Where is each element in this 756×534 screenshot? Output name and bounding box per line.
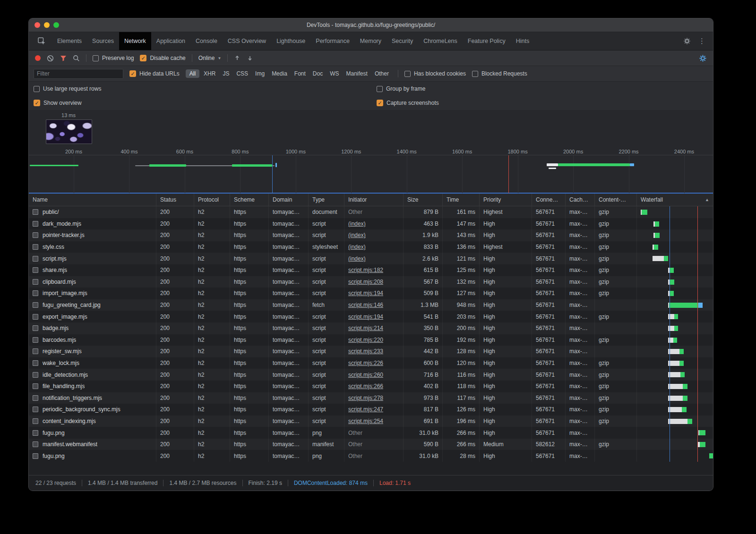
column-header-content[interactable]: Content-… <box>595 194 637 206</box>
initiator-link[interactable]: script.mjs:208 <box>348 279 383 285</box>
table-row[interactable]: public/200h2httpstomayac…documentOther87… <box>29 206 713 218</box>
throttling-select[interactable]: Online ▼ <box>198 55 222 61</box>
column-header-scheme[interactable]: Scheme <box>230 194 269 206</box>
column-header-init[interactable]: Initiator <box>344 194 404 206</box>
tab-performance[interactable]: Performance <box>310 32 355 50</box>
export-har-icon[interactable] <box>247 55 253 61</box>
initiator-link[interactable]: script.mjs:194 <box>348 314 383 320</box>
settings-gear-icon[interactable] <box>683 37 691 45</box>
table-row[interactable]: barcodes.mjs200h2httpstomayac…scriptscri… <box>29 334 713 346</box>
table-row[interactable]: periodic_background_sync.mjs200h2httpsto… <box>29 404 713 415</box>
table-row[interactable]: register_sw.mjs200h2httpstomayac…scripts… <box>29 346 713 357</box>
blocked-requests-checkbox[interactable]: Blocked Requests <box>472 70 527 77</box>
type-filter-all[interactable]: All <box>186 69 199 78</box>
column-header-time[interactable]: Time <box>443 194 480 206</box>
sort-ascending-icon[interactable]: ▲ <box>705 197 709 202</box>
table-row[interactable]: fugu.png200h2httpstomayac…pngOther31.0 k… <box>29 450 713 462</box>
tab-memory[interactable]: Memory <box>355 32 387 50</box>
column-header-proto[interactable]: Protocol <box>194 194 230 206</box>
tab-chromelens[interactable]: ChromeLens <box>418 32 463 50</box>
group-by-frame-checkbox[interactable]: Group by frame <box>377 85 713 92</box>
table-row[interactable]: export_image.mjs200h2httpstomayac…script… <box>29 311 713 322</box>
tab-sources[interactable]: Sources <box>87 32 119 50</box>
timeline-band[interactable] <box>29 155 713 193</box>
disable-cache-checkbox[interactable]: ✓ Disable cache <box>140 55 185 61</box>
initiator-link[interactable]: (index) <box>348 220 366 227</box>
column-header-status[interactable]: Status <box>156 194 194 206</box>
record-network-log-button[interactable] <box>35 55 41 61</box>
search-icon[interactable] <box>73 55 80 62</box>
minimize-window-button[interactable] <box>44 22 50 28</box>
filter-input[interactable] <box>34 69 123 79</box>
import-har-icon[interactable] <box>234 55 241 61</box>
initiator-link[interactable]: script.mjs:260 <box>348 372 383 378</box>
table-row[interactable]: wake_lock.mjs200h2httpstomayac…scriptscr… <box>29 357 713 369</box>
capture-screenshots-checkbox[interactable]: ✓ Capture screenshots <box>377 100 713 106</box>
has-blocked-cookies-checkbox[interactable]: Has blocked cookies <box>404 70 466 77</box>
network-settings-gear-icon[interactable] <box>699 54 707 62</box>
screenshot-thumbnail[interactable] <box>46 119 92 144</box>
initiator-link[interactable]: script.mjs:278 <box>348 395 383 401</box>
type-filter-font[interactable]: Font <box>292 69 309 78</box>
initiator-link[interactable]: script.mjs:146 <box>348 302 383 308</box>
initiator-link[interactable]: (index) <box>348 232 366 238</box>
initiator-link[interactable]: script.mjs:182 <box>348 267 383 273</box>
table-row[interactable]: file_handling.mjs200h2httpstomayac…scrip… <box>29 381 713 392</box>
type-filter-js[interactable]: JS <box>220 69 232 78</box>
type-filter-xhr[interactable]: XHR <box>201 69 218 78</box>
type-filter-css[interactable]: CSS <box>233 69 251 78</box>
table-row[interactable]: badge.mjs200h2httpstomayac…scriptscript.… <box>29 322 713 334</box>
initiator-link[interactable]: script.mjs:214 <box>348 325 383 331</box>
column-header-prio[interactable]: Priority <box>480 194 532 206</box>
table-row[interactable]: dark_mode.mjs200h2httpstomayac…script(in… <box>29 218 713 230</box>
show-overview-checkbox[interactable]: ✓ Show overview <box>34 100 377 106</box>
initiator-link[interactable]: (index) <box>348 244 366 250</box>
use-large-request-rows-checkbox[interactable]: Use large request rows <box>34 85 377 92</box>
initiator-link[interactable]: script.mjs:220 <box>348 337 383 343</box>
initiator-link[interactable]: script.mjs:254 <box>348 418 383 424</box>
table-row[interactable]: script.mjs200h2httpstomayac…script(index… <box>29 253 713 264</box>
table-row[interactable]: idle_detection.mjs200h2httpstomayac…scri… <box>29 369 713 381</box>
initiator-link[interactable]: script.mjs:233 <box>348 348 383 355</box>
tab-css-overview[interactable]: CSS Overview <box>223 32 271 50</box>
table-row[interactable]: pointer-tracker.js200h2httpstomayac…scri… <box>29 229 713 241</box>
table-row[interactable]: share.mjs200h2httpstomayac…scriptscript.… <box>29 264 713 276</box>
tab-security[interactable]: Security <box>387 32 418 50</box>
initiator-link[interactable]: script.mjs:266 <box>348 383 383 390</box>
type-filter-doc[interactable]: Doc <box>310 69 326 78</box>
hide-data-urls-checkbox[interactable]: ✓ Hide data URLs <box>129 70 180 77</box>
column-header-conn[interactable]: Conne… <box>532 194 566 206</box>
initiator-link[interactable]: script.mjs:247 <box>348 406 383 413</box>
tab-lighthouse[interactable]: Lighthouse <box>271 32 310 50</box>
tab-console[interactable]: Console <box>190 32 223 50</box>
table-row[interactable]: fugu.png200h2httpstomayac…pngOther31.0 k… <box>29 427 713 439</box>
type-filter-media[interactable]: Media <box>269 69 290 78</box>
inspect-element-icon[interactable] <box>34 37 50 45</box>
table-row[interactable]: manifest.webmanifest200h2httpstomayac…ma… <box>29 439 713 450</box>
filter-toggle-icon[interactable] <box>60 55 67 61</box>
initiator-link[interactable]: script.mjs:194 <box>348 290 383 297</box>
column-header-domain[interactable]: Domain <box>269 194 309 206</box>
tab-network[interactable]: Network <box>119 32 151 50</box>
column-header-wf[interactable]: Waterfall▲ <box>637 194 713 206</box>
column-header-size[interactable]: Size <box>404 194 443 206</box>
preserve-log-checkbox[interactable]: Preserve log <box>93 55 134 61</box>
type-filter-other[interactable]: Other <box>372 69 392 78</box>
table-row[interactable]: content_indexing.mjs200h2httpstomayac…sc… <box>29 415 713 427</box>
table-row[interactable]: style.css200h2httpstomayac…stylesheet(in… <box>29 241 713 253</box>
zoom-window-button[interactable] <box>53 22 59 28</box>
initiator-link[interactable]: (index) <box>348 255 366 262</box>
initiator-link[interactable]: script.mjs:226 <box>348 360 383 366</box>
tab-hints[interactable]: Hints <box>511 32 534 50</box>
tab-application[interactable]: Application <box>151 32 190 50</box>
type-filter-ws[interactable]: WS <box>327 69 342 78</box>
column-header-cache[interactable]: Cach… <box>566 194 595 206</box>
table-row[interactable]: notification_triggers.mjs200h2httpstomay… <box>29 392 713 404</box>
close-window-button[interactable] <box>34 22 40 28</box>
table-row[interactable]: fugu_greeting_card.jpg200h2httpstomayac…… <box>29 299 713 311</box>
timeline-overview[interactable]: 200 ms400 ms600 ms800 ms1000 ms1200 ms14… <box>29 147 713 193</box>
clear-network-log-icon[interactable] <box>47 55 54 62</box>
column-header-name[interactable]: Name <box>29 194 156 206</box>
more-options-icon[interactable]: ⋮ <box>698 37 705 45</box>
column-header-type[interactable]: Type <box>309 194 344 206</box>
